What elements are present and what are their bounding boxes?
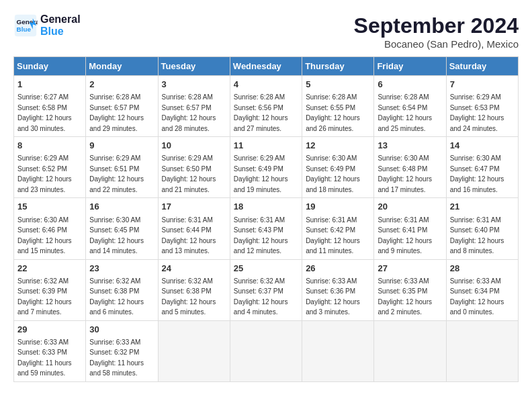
day-info: Sunrise: 6:32 AMSunset: 6:39 PMDaylight:… [17, 277, 72, 316]
day-cell: 24 Sunrise: 6:32 AMSunset: 6:38 PMDaylig… [158, 259, 230, 320]
day-number: 8 [17, 140, 82, 152]
day-info: Sunrise: 6:31 AMSunset: 6:44 PMDaylight:… [162, 216, 216, 255]
day-cell: 4 Sunrise: 6:28 AMSunset: 6:56 PMDayligh… [230, 76, 302, 137]
empty-cell [302, 320, 374, 381]
logo-text-blue: Blue [40, 26, 81, 38]
day-cell: 29 Sunrise: 6:33 AMSunset: 6:33 PMDaylig… [14, 320, 86, 381]
day-number: 10 [162, 140, 226, 152]
day-info: Sunrise: 6:27 AMSunset: 6:58 PMDaylight:… [17, 93, 72, 132]
day-info: Sunrise: 6:33 AMSunset: 6:35 PMDaylight:… [378, 277, 432, 316]
day-info: Sunrise: 6:31 AMSunset: 6:43 PMDaylight:… [234, 216, 288, 255]
calendar-header-row: Sunday Monday Tuesday Wednesday Thursday… [14, 57, 519, 76]
day-number: 18 [234, 201, 298, 213]
day-cell: 26 Sunrise: 6:33 AMSunset: 6:36 PMDaylig… [302, 259, 374, 320]
day-number: 1 [17, 79, 82, 91]
day-cell: 9 Sunrise: 6:29 AMSunset: 6:51 PMDayligh… [86, 137, 158, 198]
day-cell: 16 Sunrise: 6:30 AMSunset: 6:45 PMDaylig… [86, 198, 158, 259]
col-wednesday: Wednesday [230, 57, 302, 76]
day-number: 14 [450, 140, 515, 152]
day-number: 2 [89, 79, 154, 91]
empty-cell [446, 320, 518, 381]
day-cell: 3 Sunrise: 6:28 AMSunset: 6:57 PMDayligh… [158, 76, 230, 137]
day-info: Sunrise: 6:31 AMSunset: 6:40 PMDaylight:… [450, 216, 504, 255]
col-monday: Monday [86, 57, 158, 76]
day-info: Sunrise: 6:28 AMSunset: 6:57 PMDaylight:… [89, 93, 144, 132]
col-tuesday: Tuesday [158, 57, 230, 76]
day-cell: 30 Sunrise: 6:33 AMSunset: 6:32 PMDaylig… [86, 320, 158, 381]
day-cell: 18 Sunrise: 6:31 AMSunset: 6:43 PMDaylig… [230, 198, 302, 259]
calendar-week-row: 22 Sunrise: 6:32 AMSunset: 6:39 PMDaylig… [14, 259, 519, 320]
day-info: Sunrise: 6:31 AMSunset: 6:41 PMDaylight:… [378, 216, 432, 255]
day-cell: 11 Sunrise: 6:29 AMSunset: 6:49 PMDaylig… [230, 137, 302, 198]
col-saturday: Saturday [446, 57, 518, 76]
calendar-week-row: 29 Sunrise: 6:33 AMSunset: 6:33 PMDaylig… [14, 320, 519, 381]
day-info: Sunrise: 6:28 AMSunset: 6:55 PMDaylight:… [306, 93, 360, 132]
day-cell: 5 Sunrise: 6:28 AMSunset: 6:55 PMDayligh… [302, 76, 374, 137]
empty-cell [230, 320, 302, 381]
logo: General Blue General Blue [13, 13, 81, 38]
day-cell: 28 Sunrise: 6:33 AMSunset: 6:34 PMDaylig… [446, 259, 518, 320]
calendar-week-row: 8 Sunrise: 6:29 AMSunset: 6:52 PMDayligh… [14, 137, 519, 198]
day-cell: 14 Sunrise: 6:30 AMSunset: 6:47 PMDaylig… [446, 137, 518, 198]
day-cell: 8 Sunrise: 6:29 AMSunset: 6:52 PMDayligh… [14, 137, 86, 198]
day-number: 3 [162, 79, 226, 91]
day-number: 9 [89, 140, 154, 152]
day-number: 12 [306, 140, 370, 152]
day-cell: 12 Sunrise: 6:30 AMSunset: 6:49 PMDaylig… [302, 137, 374, 198]
day-number: 19 [306, 201, 370, 213]
day-cell: 15 Sunrise: 6:30 AMSunset: 6:46 PMDaylig… [14, 198, 86, 259]
day-info: Sunrise: 6:30 AMSunset: 6:48 PMDaylight:… [378, 154, 432, 193]
day-cell: 13 Sunrise: 6:30 AMSunset: 6:48 PMDaylig… [374, 137, 446, 198]
day-number: 20 [378, 201, 442, 213]
day-info: Sunrise: 6:29 AMSunset: 6:50 PMDaylight:… [162, 154, 216, 193]
day-number: 24 [162, 263, 226, 275]
day-number: 16 [89, 201, 154, 213]
day-info: Sunrise: 6:29 AMSunset: 6:51 PMDaylight:… [89, 154, 144, 193]
day-info: Sunrise: 6:31 AMSunset: 6:42 PMDaylight:… [306, 216, 360, 255]
col-friday: Friday [374, 57, 446, 76]
day-info: Sunrise: 6:33 AMSunset: 6:33 PMDaylight:… [17, 338, 72, 377]
logo-icon: General Blue [13, 13, 38, 38]
day-number: 27 [378, 263, 442, 275]
day-number: 29 [17, 324, 82, 336]
day-number: 15 [17, 201, 82, 213]
day-info: Sunrise: 6:30 AMSunset: 6:45 PMDaylight:… [89, 216, 144, 255]
calendar-table: Sunday Monday Tuesday Wednesday Thursday… [13, 56, 519, 382]
day-number: 30 [89, 324, 154, 336]
day-info: Sunrise: 6:28 AMSunset: 6:54 PMDaylight:… [378, 93, 432, 132]
day-number: 17 [162, 201, 226, 213]
day-number: 11 [234, 140, 298, 152]
day-cell: 7 Sunrise: 6:29 AMSunset: 6:53 PMDayligh… [446, 76, 518, 137]
empty-cell [158, 320, 230, 381]
day-cell: 1 Sunrise: 6:27 AMSunset: 6:58 PMDayligh… [14, 76, 86, 137]
day-info: Sunrise: 6:28 AMSunset: 6:57 PMDaylight:… [162, 93, 216, 132]
day-cell: 6 Sunrise: 6:28 AMSunset: 6:54 PMDayligh… [374, 76, 446, 137]
day-cell: 2 Sunrise: 6:28 AMSunset: 6:57 PMDayligh… [86, 76, 158, 137]
svg-text:Blue: Blue [17, 26, 32, 33]
day-number: 5 [306, 79, 370, 91]
calendar-week-row: 1 Sunrise: 6:27 AMSunset: 6:58 PMDayligh… [14, 76, 519, 137]
day-info: Sunrise: 6:33 AMSunset: 6:34 PMDaylight:… [450, 277, 504, 316]
logo-text-general: General [40, 13, 81, 26]
day-number: 13 [378, 140, 442, 152]
day-info: Sunrise: 6:32 AMSunset: 6:37 PMDaylight:… [234, 277, 288, 316]
day-number: 23 [89, 263, 154, 275]
day-number: 21 [450, 201, 515, 213]
day-cell: 25 Sunrise: 6:32 AMSunset: 6:37 PMDaylig… [230, 259, 302, 320]
day-number: 7 [450, 79, 515, 91]
day-info: Sunrise: 6:29 AMSunset: 6:53 PMDaylight:… [450, 93, 504, 132]
day-cell: 19 Sunrise: 6:31 AMSunset: 6:42 PMDaylig… [302, 198, 374, 259]
day-info: Sunrise: 6:32 AMSunset: 6:38 PMDaylight:… [89, 277, 144, 316]
day-cell: 23 Sunrise: 6:32 AMSunset: 6:38 PMDaylig… [86, 259, 158, 320]
day-number: 25 [234, 263, 298, 275]
day-info: Sunrise: 6:28 AMSunset: 6:56 PMDaylight:… [234, 93, 288, 132]
title-block: September 2024 Bocaneo (San Pedro), Mexi… [354, 13, 519, 50]
col-thursday: Thursday [302, 57, 374, 76]
day-info: Sunrise: 6:29 AMSunset: 6:49 PMDaylight:… [234, 154, 288, 193]
day-number: 26 [306, 263, 370, 275]
month-title: September 2024 [354, 13, 519, 38]
day-cell: 22 Sunrise: 6:32 AMSunset: 6:39 PMDaylig… [14, 259, 86, 320]
col-sunday: Sunday [14, 57, 86, 76]
empty-cell [374, 320, 446, 381]
day-cell: 17 Sunrise: 6:31 AMSunset: 6:44 PMDaylig… [158, 198, 230, 259]
